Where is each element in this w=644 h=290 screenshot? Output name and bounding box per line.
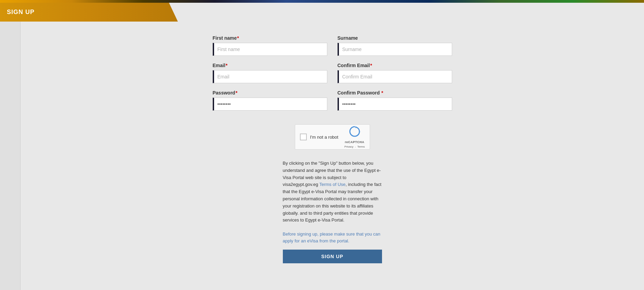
- captcha-checkbox[interactable]: [300, 134, 307, 140]
- captcha-privacy-link[interactable]: Privacy: [344, 145, 353, 148]
- captcha-left: I'm not a robot: [300, 134, 339, 140]
- confirm-password-input[interactable]: [338, 98, 452, 111]
- required-indicator: *: [237, 35, 239, 41]
- password-row: Password* Confirm Password *: [213, 90, 452, 111]
- captcha-terms-wrapper: I'm not a robot reC: [213, 117, 452, 270]
- signup-form: First name* Surname Em: [213, 35, 452, 270]
- first-name-group: First name*: [213, 35, 327, 56]
- captcha-terms-link[interactable]: Terms: [357, 145, 365, 148]
- password-label: Password*: [213, 90, 327, 96]
- page-title: SIGN UP: [7, 9, 35, 16]
- surname-input[interactable]: [338, 43, 452, 56]
- email-label: Email*: [213, 63, 327, 68]
- confirm-password-label: Confirm Password *: [338, 90, 452, 96]
- email-input[interactable]: [213, 70, 327, 83]
- captcha-brand-label: reCAPTCHA: [345, 140, 364, 144]
- content-area: First name* Surname Em: [21, 22, 644, 290]
- email-group: Email*: [213, 63, 327, 83]
- terms-section: By clicking on the "Sign Up" button belo…: [283, 160, 382, 224]
- terms-of-use-link[interactable]: Terms of Use: [319, 182, 346, 187]
- captcha-container: I'm not a robot reC: [295, 124, 370, 150]
- eligibility-link[interactable]: Before signing up, please make sure that…: [283, 231, 382, 244]
- confirm-email-input[interactable]: [338, 70, 452, 83]
- first-name-label: First name*: [213, 35, 327, 41]
- confirm-email-label: Confirm Email*: [338, 63, 452, 68]
- captcha-label: I'm not a robot: [310, 135, 339, 140]
- email-row: Email* Confirm Email*: [213, 63, 452, 83]
- required-indicator: *: [236, 90, 237, 96]
- left-sidebar: [0, 22, 21, 290]
- top-bar: [0, 0, 644, 3]
- password-group: Password*: [213, 90, 327, 111]
- captcha-policy-links: Privacy - Terms: [344, 145, 365, 148]
- recaptcha-logo-icon: [349, 126, 360, 139]
- required-indicator: *: [381, 90, 383, 96]
- confirm-email-group: Confirm Email*: [338, 63, 452, 83]
- confirm-password-group: Confirm Password *: [338, 90, 452, 111]
- first-name-input[interactable]: [213, 43, 327, 56]
- header-banner: SIGN UP: [0, 3, 178, 22]
- captcha-box[interactable]: I'm not a robot reC: [295, 124, 370, 150]
- surname-group: Surname: [338, 35, 452, 56]
- signup-button[interactable]: SIGN UP: [283, 250, 382, 263]
- surname-label: Surname: [338, 35, 452, 41]
- password-input[interactable]: [213, 98, 327, 111]
- required-indicator: *: [226, 63, 227, 68]
- terms-text-after-link: , including the fact that the Egypt e-Vi…: [283, 182, 382, 223]
- captcha-right: reCAPTCHA Privacy - Terms: [344, 126, 365, 148]
- required-indicator: *: [370, 63, 372, 68]
- eligibility-section: Before signing up, please make sure that…: [283, 231, 382, 263]
- name-row: First name* Surname: [213, 35, 452, 56]
